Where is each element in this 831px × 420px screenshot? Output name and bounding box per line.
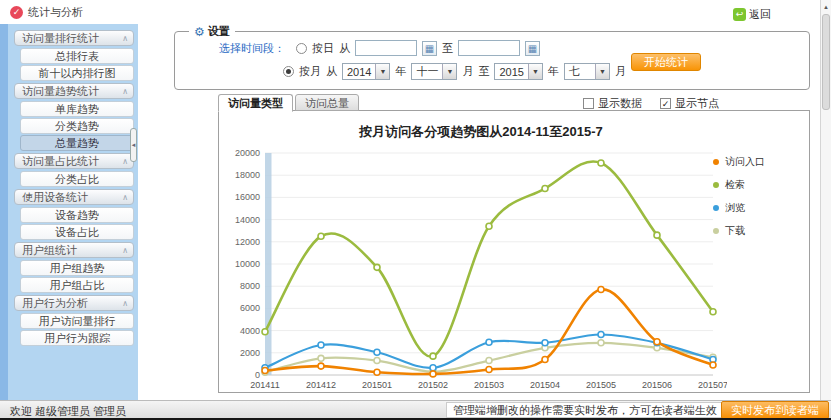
collapse-arrow-icon: ∧ xyxy=(122,243,128,258)
tab-1[interactable]: 访问总量 xyxy=(295,94,359,111)
by-month-radio[interactable] xyxy=(283,66,294,77)
chevron-down-icon: ▼ xyxy=(595,64,609,79)
sidebar-item-5-1[interactable]: 用户行为跟踪 xyxy=(20,330,134,346)
svg-text:14000: 14000 xyxy=(235,215,260,225)
collapse-arrow-icon: ∧ xyxy=(122,190,128,205)
sidebar-item-3-1[interactable]: 设备占比 xyxy=(20,224,134,240)
calendar-icon[interactable]: ▦ xyxy=(525,41,540,56)
back-label: 返回 xyxy=(749,7,771,22)
from-year-select[interactable]: 2014 ▼ xyxy=(342,63,390,80)
sidebar-section-header-2[interactable]: 访问量占比统计∧ xyxy=(14,153,134,169)
svg-text:201504: 201504 xyxy=(530,380,560,390)
svg-text:201505: 201505 xyxy=(586,380,616,390)
by-month-label: 按月 xyxy=(299,64,321,79)
svg-text:16000: 16000 xyxy=(235,192,260,202)
collapse-arrow-icon: ∧ xyxy=(122,31,128,46)
sidebar-section-header-1[interactable]: 访问量趋势统计∧ xyxy=(14,83,134,99)
legend-dot-icon xyxy=(713,182,719,188)
svg-text:201412: 201412 xyxy=(306,380,336,390)
svg-text:18000: 18000 xyxy=(235,170,260,180)
legend-item-2[interactable]: 浏览 xyxy=(713,201,765,215)
from-month-select[interactable]: 十一 ▼ xyxy=(411,63,457,80)
chart-legend: 访问入口检索浏览下载 xyxy=(713,155,765,238)
display-options: 显示数据 ✓ 显示节点 xyxy=(583,96,719,111)
legend-item-1[interactable]: 检索 xyxy=(713,178,765,192)
show-nodes-label: 显示节点 xyxy=(675,96,719,111)
to-month-value: 七 xyxy=(565,64,595,79)
scrollbar-thumb[interactable] xyxy=(822,14,830,110)
collapse-arrow-icon: ∧ xyxy=(122,296,128,311)
back-arrow-icon: ↩ xyxy=(733,8,746,21)
sidebar-item-1-1[interactable]: 分类趋势 xyxy=(20,118,134,134)
show-data-option[interactable]: 显示数据 xyxy=(583,96,642,111)
svg-text:8000: 8000 xyxy=(240,281,260,291)
back-button[interactable]: ↩ 返回 xyxy=(733,7,771,22)
sidebar-item-4-1[interactable]: 用户组占比 xyxy=(20,277,134,293)
show-data-label: 显示数据 xyxy=(598,96,642,111)
settings-legend-label: 设置 xyxy=(208,24,230,39)
to-year-select[interactable]: 2015 ▼ xyxy=(494,63,542,80)
sidebar-section-label: 用户行为分析 xyxy=(22,297,88,309)
svg-text:20000: 20000 xyxy=(235,148,260,158)
settings-panel: ⚙ 设置 选择时间段： 按日 从 ▦ 至 ▦ 按月 从 2014 ▼ 年 十一 … xyxy=(174,31,810,90)
vertical-scrollbar[interactable]: ▲ xyxy=(820,0,831,400)
sidebar-item-3-0[interactable]: 设备趋势 xyxy=(20,207,134,223)
year-label: 年 xyxy=(548,64,559,79)
legend-dot-icon xyxy=(713,228,719,234)
sidebar-section-header-0[interactable]: 访问量排行统计∧ xyxy=(14,30,134,46)
month-label: 月 xyxy=(615,64,626,79)
svg-text:201507: 201507 xyxy=(698,380,727,390)
legend-label: 下载 xyxy=(725,224,745,238)
from-date-input[interactable] xyxy=(355,40,417,56)
from-year-value: 2014 xyxy=(343,66,375,78)
svg-text:201501: 201501 xyxy=(362,380,392,390)
by-month-to-label: 至 xyxy=(478,64,489,79)
to-month-select[interactable]: 七 ▼ xyxy=(564,63,610,80)
tab-0[interactable]: 访问量类型 xyxy=(218,94,293,112)
footer-bar: 欢迎 超级管理员 管理员 管理端增删改的操作需要实时发布，方可在读者端生效！ 实… xyxy=(0,400,831,420)
start-statistics-button[interactable]: 开始统计 xyxy=(631,53,701,71)
sidebar-item-1-0[interactable]: 单库趋势 xyxy=(20,101,134,117)
sidebar-splitter-handle[interactable]: ◄ xyxy=(130,128,137,162)
calendar-icon[interactable]: ▦ xyxy=(422,41,437,56)
settings-legend: ⚙ 设置 xyxy=(189,24,235,39)
line-chart: 0200040006000800010000120001400016000180… xyxy=(227,143,727,401)
topbar: ✓ 统计与分析 ↩ 返回 xyxy=(0,0,831,24)
sidebar-item-2-0[interactable]: 分类占比 xyxy=(20,171,134,187)
to-date-input[interactable] xyxy=(458,40,520,56)
publish-button[interactable]: 实时发布到读者端 xyxy=(721,401,829,419)
sidebar-section-header-4[interactable]: 用户组统计∧ xyxy=(14,242,134,258)
legend-item-0[interactable]: 访问入口 xyxy=(713,155,765,169)
chevron-down-icon: ▼ xyxy=(528,64,542,79)
svg-text:0: 0 xyxy=(255,370,260,380)
chevron-down-icon: ▼ xyxy=(375,64,389,79)
sidebar-section-header-5[interactable]: 用户行为分析∧ xyxy=(14,295,134,311)
publish-notice: 管理端增删改的操作需要实时发布，方可在读者端生效！ xyxy=(446,402,735,418)
sidebar-item-4-0[interactable]: 用户组趋势 xyxy=(20,260,134,276)
sidebar-section-header-3[interactable]: 使用设备统计∧ xyxy=(14,189,134,205)
show-nodes-option[interactable]: ✓ 显示节点 xyxy=(660,96,719,111)
svg-text:201503: 201503 xyxy=(474,380,504,390)
page-title: ✓ 统计与分析 xyxy=(10,5,83,20)
time-range-label: 选择时间段： xyxy=(219,41,285,56)
by-day-radio[interactable] xyxy=(296,43,307,54)
svg-text:10000: 10000 xyxy=(235,259,260,269)
svg-text:12000: 12000 xyxy=(235,237,260,247)
legend-item-3[interactable]: 下载 xyxy=(713,224,765,238)
year-label: 年 xyxy=(395,64,406,79)
month-label: 月 xyxy=(462,64,473,79)
sidebar-section-label: 访问量占比统计 xyxy=(22,155,99,167)
show-nodes-checkbox[interactable]: ✓ xyxy=(660,98,671,109)
show-data-checkbox[interactable] xyxy=(583,98,594,109)
sidebar-item-0-0[interactable]: 总排行表 xyxy=(20,48,134,64)
page-title-label: 统计与分析 xyxy=(28,5,83,20)
sidebar-item-0-1[interactable]: 前十以内排行图 xyxy=(20,65,134,81)
legend-dot-icon xyxy=(713,159,719,165)
chart-title: 按月访问各分项趋势图从2014-11至2015-7 xyxy=(219,123,743,141)
svg-text:201506: 201506 xyxy=(642,380,672,390)
legend-label: 访问入口 xyxy=(725,155,765,169)
sidebar-item-1-2[interactable]: 总量趋势 xyxy=(20,135,134,151)
welcome-text: 欢迎 超级管理员 管理员 xyxy=(10,404,126,419)
sidebar-item-5-0[interactable]: 用户访问量排行 xyxy=(20,313,134,329)
scroll-up-icon[interactable]: ▲ xyxy=(821,1,831,13)
